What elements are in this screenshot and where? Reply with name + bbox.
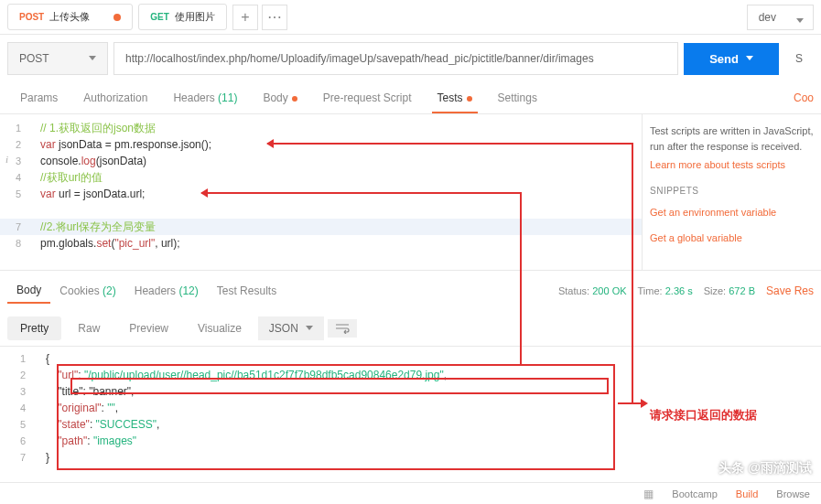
response-nav: Body Cookies (2) Headers (12) Test Resul… xyxy=(0,270,821,311)
method-select[interactable]: POST xyxy=(7,42,108,75)
resp-tab-cookies[interactable]: Cookies (2) xyxy=(50,279,124,303)
build-button[interactable]: Build xyxy=(736,488,758,499)
chevron-down-icon xyxy=(89,56,96,64)
snippets-sidebar: Test scripts are written in JavaScript, … xyxy=(643,114,821,270)
tab-label: 上传头像 xyxy=(49,10,90,24)
snippet-global-var[interactable]: Get a global variable xyxy=(650,231,814,246)
response-toolbar: Pretty Raw Preview Visualize JSON xyxy=(0,311,821,347)
line-gutter: 1234578 xyxy=(0,114,37,270)
request-row: POST Send S xyxy=(0,35,821,82)
watermark: 头条 @雨滴测试 xyxy=(718,460,812,477)
bootcamp-icon: ▦ xyxy=(643,488,654,500)
annotation-label: 请求接口返回的数据 xyxy=(650,407,757,424)
tab-label: 使用图片 xyxy=(175,10,215,24)
chevron-down-icon xyxy=(796,18,804,27)
resp-tab-body[interactable]: Body xyxy=(7,278,50,304)
tab-tests[interactable]: Tests xyxy=(425,82,485,113)
request-nav: Params Authorization Headers (11) Body P… xyxy=(0,82,821,114)
bottom-bar: ▦ Bootcamp Build Browse xyxy=(0,482,821,504)
code-editor[interactable]: 1234578 // 1.获取返回的json数据 var jsonData = … xyxy=(0,114,643,270)
wrap-toggle[interactable] xyxy=(328,319,357,338)
chevron-down-icon xyxy=(746,56,753,64)
resp-gutter: 1234567 xyxy=(0,350,46,466)
send-button[interactable]: Send xyxy=(684,43,779,75)
view-raw[interactable]: Raw xyxy=(65,316,113,340)
tab-authorization[interactable]: Authorization xyxy=(70,82,160,113)
snippets-title: SNIPPETS xyxy=(650,184,814,198)
info-icon: i xyxy=(5,154,8,165)
dot-icon xyxy=(467,96,472,102)
response-meta: Status: 200 OK Time: 2.36 s Size: 672 B xyxy=(558,285,755,296)
tab-headers[interactable]: Headers (11) xyxy=(160,82,250,113)
view-preview[interactable]: Preview xyxy=(116,316,181,340)
url-input[interactable] xyxy=(113,42,678,75)
request-tab-0[interactable]: POST 上传头像 xyxy=(7,4,133,30)
tab-prerequest[interactable]: Pre-request Script xyxy=(310,82,425,113)
view-visualize[interactable]: Visualize xyxy=(185,316,254,340)
tab-options-button[interactable]: ⋯ xyxy=(262,5,287,30)
method-badge: GET xyxy=(150,12,169,22)
dot-icon xyxy=(292,96,297,102)
unsaved-dot-icon xyxy=(113,14,121,21)
tests-editor-area: 1234578 // 1.获取返回的json数据 var jsonData = … xyxy=(0,114,821,270)
tab-body[interactable]: Body xyxy=(250,82,309,113)
chevron-down-icon xyxy=(306,326,313,334)
new-tab-button[interactable]: + xyxy=(232,5,258,30)
code-content[interactable]: // 1.获取返回的json数据 var jsonData = pm.respo… xyxy=(37,114,642,270)
tests-description: Test scripts are written in JavaScript, … xyxy=(650,123,814,154)
save-button[interactable]: S xyxy=(784,43,814,74)
save-response-button[interactable]: Save Res xyxy=(766,284,814,297)
tab-params[interactable]: Params xyxy=(7,82,70,113)
tab-settings[interactable]: Settings xyxy=(485,82,550,113)
view-pretty[interactable]: Pretty xyxy=(7,316,61,340)
environment-select[interactable]: dev xyxy=(747,5,814,30)
resp-tab-testresults[interactable]: Test Results xyxy=(208,279,286,303)
cookies-link[interactable]: Coo xyxy=(783,82,814,113)
snippet-env-var[interactable]: Get an environment variable xyxy=(650,205,814,220)
method-badge: POST xyxy=(19,12,44,22)
wrap-icon xyxy=(335,323,350,334)
tab-bar: POST 上传头像 GET 使用图片 + ⋯ dev xyxy=(0,0,821,35)
browse-button[interactable]: Browse xyxy=(776,488,810,499)
resp-tab-headers[interactable]: Headers (12) xyxy=(125,279,208,303)
request-tab-1[interactable]: GET 使用图片 xyxy=(138,4,227,30)
learn-more-link[interactable]: Learn more about tests scripts xyxy=(650,157,814,173)
format-select[interactable]: JSON xyxy=(258,316,324,340)
bootcamp-button[interactable]: Bootcamp xyxy=(672,488,718,499)
